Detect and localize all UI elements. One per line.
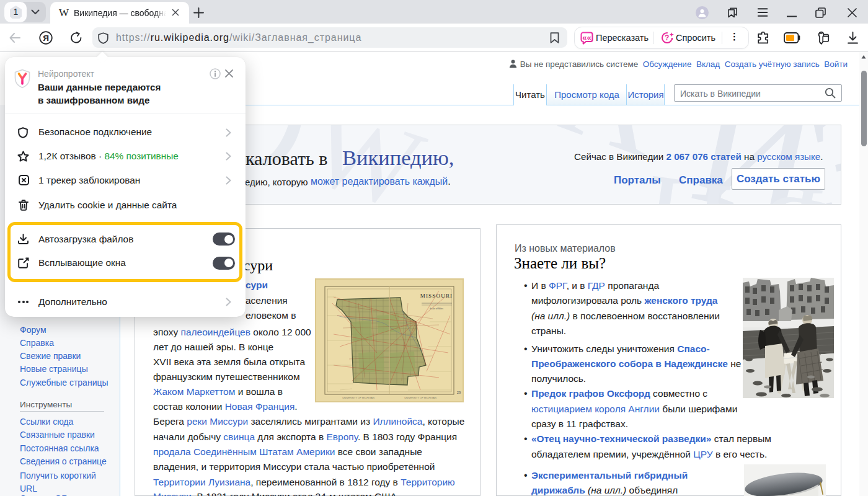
- svg-text:29: 29: [457, 391, 461, 394]
- svg-text:MISSOURI: MISSOURI: [420, 293, 453, 299]
- svg-text:««: ««: [582, 33, 591, 42]
- svg-text:Я: Я: [43, 33, 49, 43]
- svg-text:UNIVERSITY OF MICHIGAN: UNIVERSITY OF MICHIGAN: [404, 396, 436, 399]
- svg-text:UNIVERSITY OF MICHIGAN: UNIVERSITY OF MICHIGAN: [342, 396, 374, 399]
- svg-text:?: ?: [665, 33, 669, 42]
- svg-text:Scale of Miles: Scale of Miles: [430, 308, 443, 310]
